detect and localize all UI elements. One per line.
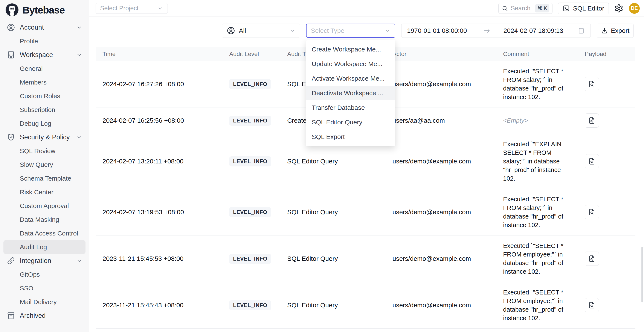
- sidebar-item-gitops[interactable]: GitOps: [4, 268, 86, 281]
- actor-filter-value: All: [239, 27, 246, 34]
- payload-view-button[interactable]: [585, 252, 599, 266]
- sidebar-item-label: SQL Review: [20, 147, 56, 155]
- actor-filter-select[interactable]: All: [222, 24, 300, 38]
- bytebase-logo-icon: [5, 3, 19, 17]
- column-header-payload: Payload: [578, 47, 636, 61]
- sidebar-item-audit-log[interactable]: Audit Log: [4, 240, 86, 254]
- export-button[interactable]: Export: [597, 24, 634, 38]
- sidebar-item-profile[interactable]: Profile: [4, 34, 86, 48]
- cell-comment: Executed `"SELECT * FROM salary;"` in da…: [497, 61, 578, 107]
- building-icon: [6, 50, 16, 59]
- search-icon: [502, 5, 508, 11]
- dropdown-option-deactivate-workspace[interactable]: Deactivate Workspace ...: [306, 86, 395, 100]
- search-placeholder: Search: [510, 5, 532, 12]
- sidebar-item-label: Integration: [20, 257, 76, 265]
- sidebar-item-risk-center[interactable]: Risk Center: [4, 185, 86, 199]
- column-header-audit-level: Audit Level: [223, 47, 281, 61]
- sidebar-section-archived[interactable]: Archived: [4, 309, 86, 323]
- avatar[interactable]: DE: [629, 3, 640, 14]
- sidebar-item-label: Subscription: [20, 106, 55, 114]
- cell-time: 2023-11-21 15:45:43 +08:00: [96, 282, 223, 329]
- sidebar-item-data-masking[interactable]: Data Masking: [4, 213, 86, 226]
- type-filter-placeholder: Select Type: [311, 27, 344, 34]
- sidebar-section-integration[interactable]: Integration: [4, 254, 86, 268]
- cell-payload: [578, 189, 636, 235]
- scrollbar-thumb[interactable]: [642, 247, 643, 302]
- cell-audit-type: SQL Editor Query: [281, 189, 386, 235]
- sidebar-item-label: Data Access Control: [20, 230, 78, 237]
- sidebar-section-security-policy[interactable]: Security & Policy: [4, 130, 86, 144]
- payload-view-button[interactable]: [585, 205, 599, 219]
- cell-audit-type: SQL Editor Query: [281, 282, 386, 329]
- dropdown-option-update-workspace-me[interactable]: Update Workspace Me...: [306, 57, 395, 71]
- dropdown-option-sql-editor-query[interactable]: SQL Editor Query: [306, 115, 395, 130]
- cell-comment: <Empty>: [497, 107, 578, 134]
- cell-time: 2023-11-04 22:48:30 +08:00: [96, 329, 223, 332]
- payload-view-button[interactable]: [585, 77, 599, 91]
- sidebar-item-label: Security & Policy: [20, 133, 76, 141]
- dropdown-option-transfer-database[interactable]: Transfer Database: [306, 100, 395, 115]
- sidebar-item-custom-approval[interactable]: Custom Approval: [4, 199, 86, 213]
- file-search-icon: [588, 301, 596, 309]
- cell-audit-level: LEVEL_INFO: [223, 134, 281, 189]
- sidebar-item-mail-delivery[interactable]: Mail Delivery: [4, 295, 86, 309]
- filter-row: All Select Type 1970-01-01 08:00:00: [89, 17, 644, 38]
- search-input[interactable]: Search ⌘ K: [498, 3, 552, 14]
- date-range-start: 1970-01-01 08:00:00: [407, 27, 467, 34]
- dropdown-option-sql-export[interactable]: SQL Export: [306, 130, 395, 144]
- sidebar-item-label: General: [20, 65, 43, 72]
- content: All Select Type 1970-01-01 08:00:00: [89, 17, 644, 332]
- chevron-down-icon: [384, 28, 390, 34]
- sidebar-item-label: Members: [20, 79, 46, 86]
- table-row: 2023-11-21 15:45:53 +08:00LEVEL_INFOSQL …: [96, 235, 636, 282]
- sidebar-section-workspace[interactable]: Workspace: [4, 48, 86, 62]
- column-header-comment: Comment: [497, 47, 578, 61]
- sidebar-item-label: Mail Delivery: [20, 298, 57, 306]
- sidebar-item-label: Risk Center: [20, 188, 54, 196]
- sidebar-item-subscription[interactable]: Subscription: [4, 103, 86, 117]
- chevron-down-icon: [290, 28, 296, 34]
- cell-payload: [578, 134, 636, 189]
- project-select[interactable]: Select Project: [96, 3, 168, 14]
- sidebar-item-debug-log[interactable]: Debug Log: [4, 117, 86, 130]
- sidebar-item-sso[interactable]: SSO: [4, 281, 86, 295]
- sidebar-item-members[interactable]: Members: [4, 75, 86, 89]
- brand-logo[interactable]: Bytebase: [4, 0, 86, 18]
- payload-view-button[interactable]: [585, 298, 599, 312]
- sidebar-item-data-access-control[interactable]: Data Access Control: [4, 226, 86, 240]
- date-range-picker[interactable]: 1970-01-01 08:00:00 2024-02-07 18:09:13: [401, 24, 591, 38]
- sidebar-item-label: Custom Approval: [20, 202, 69, 209]
- sidebar-item-slow-query[interactable]: Slow Query: [4, 158, 86, 171]
- sidebar-item-label: SSO: [20, 285, 33, 292]
- column-header-actor: Actor: [386, 47, 497, 61]
- payload-view-button[interactable]: [585, 114, 599, 128]
- arrow-right-icon: [483, 27, 491, 34]
- cell-time: 2024-02-07 16:25:56 +08:00: [96, 107, 223, 134]
- chevron-down-icon: [157, 5, 163, 11]
- sidebar-item-label: Custom Roles: [20, 92, 60, 100]
- cell-time: 2024-02-07 13:19:53 +08:00: [96, 189, 223, 235]
- cell-audit-level: LEVEL_INFO: [223, 282, 281, 329]
- cell-payload: [578, 282, 636, 329]
- audit-level-badge: LEVEL_INFO: [229, 116, 271, 126]
- sidebar-item-custom-roles[interactable]: Custom Roles: [4, 89, 86, 103]
- cell-audit-type: Create Workspace Member: [281, 329, 386, 332]
- sql-editor-button[interactable]: SQL Editor: [558, 2, 609, 14]
- chevron-down-icon: [76, 134, 82, 141]
- search-shortcut-badge: ⌘ K: [535, 4, 550, 12]
- sidebar-item-sql-review[interactable]: SQL Review: [4, 144, 86, 158]
- sidebar-item-schema-template[interactable]: Schema Template: [4, 171, 86, 185]
- audit-level-badge: LEVEL_INFO: [229, 79, 271, 89]
- dropdown-option-activate-workspace-me[interactable]: Activate Workspace Me...: [306, 71, 395, 86]
- payload-view-button[interactable]: [585, 154, 599, 168]
- cell-comment: Executed `"EXPLAIN SELECT * FROM salary;…: [497, 134, 578, 189]
- gear-icon[interactable]: [614, 4, 624, 13]
- download-icon: [601, 27, 608, 34]
- sidebar-item-general[interactable]: General: [4, 62, 86, 75]
- column-header-time: Time: [96, 47, 223, 61]
- table-row: 2023-11-04 22:48:30 +08:00LEVEL_INFOCrea…: [96, 329, 636, 332]
- cell-audit-type: SQL Editor Query: [281, 235, 386, 282]
- type-filter-select[interactable]: Select Type: [306, 24, 395, 38]
- dropdown-option-create-workspace-me[interactable]: Create Workspace Me...: [306, 42, 395, 57]
- sidebar-section-account[interactable]: Account: [4, 20, 86, 34]
